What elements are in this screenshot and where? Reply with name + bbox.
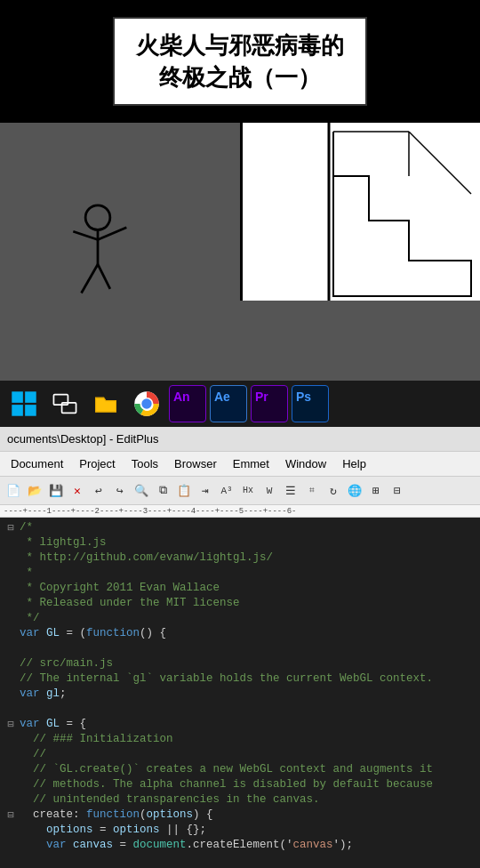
title-area: 火柴人与邪恶病毒的 终极之战（一） <box>0 0 480 123</box>
tb-paste[interactable]: 📋 <box>174 481 194 501</box>
code-text: // <box>20 748 46 760</box>
code-line: ⊟/* <box>0 521 480 536</box>
code-text: // unintended transparencies in the canv… <box>20 793 320 806</box>
menu-help[interactable]: Help <box>335 455 373 472</box>
code-line: * lightgl.js <box>0 536 480 551</box>
tb-extra2[interactable]: ⊟ <box>388 481 407 501</box>
code-line: ⊟var GL = { <box>0 718 480 733</box>
code-line: // src/main.js <box>0 657 480 672</box>
tb-save[interactable]: 💾 <box>46 481 66 501</box>
stickfigure <box>53 203 142 309</box>
code-line: // `GL.create()` creates a new WebGL con… <box>0 763 480 778</box>
menu-emmet[interactable]: Emmet <box>226 455 276 472</box>
tb-num[interactable]: ⌗ <box>302 481 322 501</box>
line-gutter: ⊟ <box>4 808 18 822</box>
menubar: Document Project Tools Browser Emmet Win… <box>0 452 480 477</box>
animate-button[interactable]: An <box>169 385 206 422</box>
code-line: // unintended transparencies in the canv… <box>0 793 480 808</box>
line-gutter: ⊟ <box>4 521 18 534</box>
svg-rect-11 <box>12 391 23 403</box>
photoshop-button[interactable]: Ps <box>292 385 329 422</box>
code-text: var GL = { <box>20 718 86 730</box>
tb-search[interactable]: 🔍 <box>132 481 151 501</box>
svg-rect-13 <box>12 405 23 416</box>
code-line: // methods. The alpha channel is disable… <box>0 778 480 793</box>
tb-word[interactable]: W <box>260 481 279 501</box>
code-text: var canvas = document.createElement('can… <box>20 839 353 851</box>
code-line: * <box>0 567 480 582</box>
title-text: 火柴人与邪恶病毒的 终极之战（一） <box>136 29 344 94</box>
code-text: // methods. The alpha channel is disable… <box>20 778 433 791</box>
tb-redo[interactable]: ↪ <box>110 481 130 501</box>
code-line: */ <box>0 612 480 627</box>
code-text: // ### Initialization <box>20 733 173 745</box>
windows-start-button[interactable] <box>5 385 43 422</box>
menu-browser[interactable]: Browser <box>167 455 224 472</box>
code-text: var gl; <box>20 687 67 700</box>
code-line: * Copyright 2011 Evan Wallace <box>0 582 480 597</box>
premiere-button[interactable]: Pr <box>251 385 288 422</box>
code-text: // The internal `gl` variable holds the … <box>20 672 433 685</box>
file-explorer-button[interactable] <box>87 385 124 422</box>
chrome-button[interactable] <box>128 385 165 422</box>
aftereffects-button[interactable]: Ae <box>210 385 247 422</box>
stairs-panel <box>240 123 480 301</box>
code-text: * Released under the MIT license <box>20 597 240 609</box>
code-line: var canvas = document.createElement('can… <box>0 839 480 854</box>
code-line: * Released under the MIT license <box>0 597 480 612</box>
taskbar: An Ae Pr Ps <box>0 381 480 427</box>
code-line: var GL = (function() { <box>0 627 480 642</box>
code-line: ⊟ create: function(options) { <box>0 808 480 824</box>
tb-close[interactable]: ✕ <box>68 481 87 501</box>
code-text: * lightgl.js <box>20 536 107 549</box>
svg-line-9 <box>82 264 98 293</box>
menu-window[interactable]: Window <box>278 455 333 472</box>
staircase-svg <box>240 123 480 301</box>
code-text: // src/main.js <box>20 657 113 670</box>
code-line: * http://github.com/evanw/lightgl.js/ <box>0 551 480 567</box>
svg-rect-14 <box>25 405 36 416</box>
svg-point-19 <box>142 399 150 407</box>
tb-new[interactable]: 📄 <box>4 481 23 501</box>
svg-line-7 <box>73 231 98 239</box>
toolbar: 📄 📂 💾 ✕ ↩ ↪ 🔍 ⧉ 📋 ⇥ A³ Hx W ☰ ⌗ ↻ 🌐 ⊞ ⊟ <box>0 477 480 505</box>
menu-project[interactable]: Project <box>72 455 122 472</box>
tb-refresh[interactable]: ↻ <box>324 481 343 501</box>
svg-rect-12 <box>25 391 36 403</box>
tb-hex[interactable]: Hx <box>238 481 258 501</box>
code-line <box>0 703 480 718</box>
svg-line-10 <box>98 264 110 289</box>
tb-extra1[interactable]: ⊞ <box>366 481 386 501</box>
taskview-button[interactable] <box>46 385 84 422</box>
code-text: var GL = (function() { <box>20 627 166 639</box>
line-gutter: ⊟ <box>4 718 18 731</box>
ruler-text: ----+----1----+----2----+----3----+----4… <box>4 507 296 516</box>
code-text: */ <box>20 612 40 624</box>
code-text: * <box>20 567 33 579</box>
code-text: * http://github.com/evanw/lightgl.js/ <box>20 551 273 564</box>
code-editor[interactable]: ⊟/* * lightgl.js * http://github.com/eva… <box>0 518 480 868</box>
code-line <box>0 642 480 657</box>
code-line: options = options || {}; <box>0 824 480 839</box>
editplus-title: ocuments\Desktop] - EditPlus <box>7 432 159 446</box>
tb-open[interactable]: 📂 <box>25 481 44 501</box>
tb-browser[interactable]: 🌐 <box>345 481 364 501</box>
svg-rect-0 <box>240 123 480 301</box>
code-text: create: function(options) { <box>20 808 213 821</box>
code-text: options = options || {}; <box>20 824 206 836</box>
tb-copy[interactable]: ⧉ <box>153 481 172 501</box>
tb-align[interactable]: ☰ <box>281 481 300 501</box>
svg-point-5 <box>85 205 110 230</box>
tb-font[interactable]: A³ <box>217 481 236 501</box>
code-text: // `GL.create()` creates a new WebGL con… <box>20 763 433 776</box>
tb-undo[interactable]: ↩ <box>89 481 108 501</box>
menu-tools[interactable]: Tools <box>124 455 165 472</box>
title-box: 火柴人与邪恶病毒的 终极之战（一） <box>113 17 367 107</box>
tb-indent[interactable]: ⇥ <box>196 481 215 501</box>
code-text: /* <box>20 521 33 534</box>
code-line: // <box>0 748 480 763</box>
code-line: // ### Initialization <box>0 733 480 748</box>
editplus-titlebar: ocuments\Desktop] - EditPlus <box>0 427 480 452</box>
ruler: ----+----1----+----2----+----3----+----4… <box>0 505 480 518</box>
menu-document[interactable]: Document <box>4 455 70 472</box>
